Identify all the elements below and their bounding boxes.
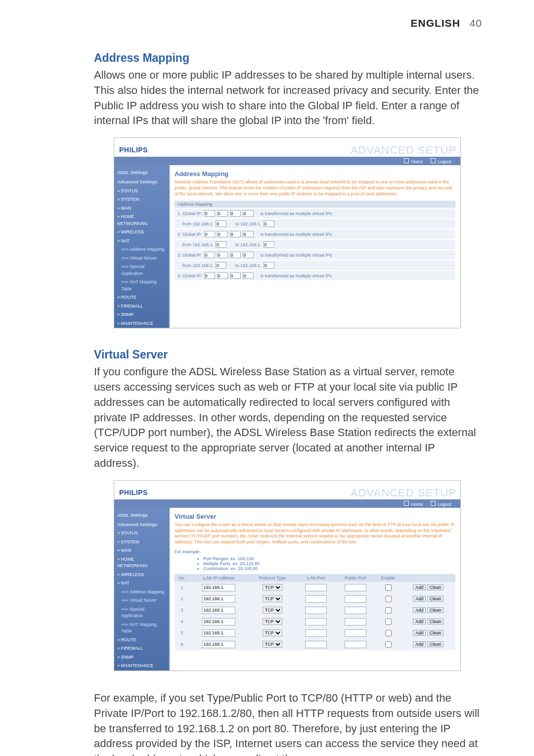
enable-checkbox[interactable] — [385, 607, 392, 614]
global-ip-octet[interactable] — [230, 231, 241, 237]
clean-button[interactable]: Clean — [427, 584, 444, 590]
home-link[interactable]: Home — [404, 501, 423, 507]
cell-no: 6 — [175, 639, 189, 650]
sidebar-item-firewall[interactable]: » FIREWALL — [114, 302, 169, 311]
clean-button[interactable]: Clean — [427, 619, 444, 624]
add-button[interactable]: Add — [413, 619, 426, 624]
protocol-select[interactable]: TCP — [263, 595, 282, 602]
lan-port-input[interactable] — [305, 629, 327, 637]
sidebar-item-wireless[interactable]: » WIRELESS — [114, 571, 169, 579]
lan-ip-input[interactable] — [202, 629, 235, 637]
row-label: 2. Global IP: — [178, 232, 202, 237]
sidebar-item-address-mapping[interactable]: »»» Address Mapping — [114, 588, 169, 597]
sidebar-item-maintenance[interactable]: » MAINTENANCE — [114, 662, 169, 670]
sidebar-item-nat[interactable]: » NAT — [114, 579, 169, 588]
sidebar-item-snmp[interactable]: » SNMP — [114, 653, 169, 662]
home-link[interactable]: Home — [404, 158, 423, 164]
to-ip-last[interactable] — [264, 221, 274, 227]
sidebar-item-system[interactable]: » SYSTEM — [114, 195, 169, 204]
enable-checkbox[interactable] — [385, 641, 392, 648]
global-ip-octet[interactable] — [217, 210, 228, 217]
sidebar-item-wan[interactable]: » WAN — [114, 204, 169, 213]
to-ip-last[interactable] — [264, 241, 274, 248]
protocol-select[interactable]: TCP — [263, 584, 282, 591]
lan-port-input[interactable] — [305, 618, 327, 625]
sidebar-item-nat-mapping-table[interactable]: »»» NAT Mapping Table — [114, 278, 169, 293]
sidebar-item-virtual-server[interactable]: »»» Virtual Server — [114, 254, 169, 263]
lan-ip-input[interactable] — [202, 595, 235, 603]
add-button[interactable]: Add — [413, 584, 426, 590]
lan-port-input[interactable] — [305, 584, 327, 591]
global-ip-octet[interactable] — [217, 231, 228, 237]
clean-button[interactable]: Clean — [427, 607, 444, 613]
global-ip-octet[interactable] — [217, 252, 228, 258]
sidebar-item-system[interactable]: » SYSTEM — [114, 538, 169, 547]
sidebar-item-nat[interactable]: » NAT — [114, 237, 169, 246]
from-ip-last[interactable] — [216, 262, 226, 268]
sidebar-item-virtual-server[interactable]: »»» Virtual Server — [114, 596, 169, 605]
sidebar-item-nat-mapping-table[interactable]: »»» NAT Mapping Table — [114, 621, 169, 636]
global-ip-octet[interactable] — [230, 272, 241, 279]
lan-ip-input[interactable] — [202, 607, 235, 614]
add-button[interactable]: Add — [413, 596, 426, 602]
public-port-input[interactable] — [345, 607, 366, 614]
global-ip-octet[interactable] — [230, 252, 241, 258]
enable-checkbox[interactable] — [385, 619, 392, 625]
public-port-input[interactable] — [345, 629, 366, 637]
sidebar-item-special-application[interactable]: »»» Special Application — [114, 605, 169, 621]
enable-checkbox[interactable] — [385, 596, 392, 602]
enable-checkbox[interactable] — [385, 584, 392, 591]
sidebar-item-home-networking[interactable]: » HOME NETWORKING — [114, 555, 169, 571]
add-button[interactable]: Add — [413, 630, 426, 636]
sidebar-item-status[interactable]: » STATUS — [114, 187, 169, 196]
protocol-select[interactable]: TCP — [263, 629, 282, 636]
from-ip-last[interactable] — [216, 221, 226, 227]
sidebar-item-home-networking[interactable]: » HOME NETWORKING — [114, 213, 169, 228]
lan-ip-input[interactable] — [202, 584, 235, 591]
clean-button[interactable]: Clean — [427, 630, 444, 636]
clean-button[interactable]: Clean — [427, 641, 444, 647]
global-ip-octet[interactable] — [204, 231, 215, 237]
protocol-select[interactable]: TCP — [263, 641, 282, 648]
public-port-input[interactable] — [345, 641, 366, 648]
logout-link[interactable]: Logout — [431, 158, 451, 164]
sidebar-item-special-application[interactable]: »»» Special Application — [114, 263, 169, 278]
sidebar-item-wan[interactable]: » WAN — [114, 546, 169, 555]
sidebar-item-address-mapping[interactable]: »»» Address Mapping — [114, 245, 169, 254]
sidebar-item-firewall[interactable]: » FIREWALL — [114, 644, 169, 653]
sidebar-item-maintenance[interactable]: » MAINTENANCE — [114, 319, 169, 328]
add-button[interactable]: Add — [413, 607, 426, 613]
lan-ip-input[interactable] — [202, 641, 235, 648]
lan-port-input[interactable] — [305, 595, 327, 603]
global-ip-octet[interactable] — [204, 272, 215, 279]
sidebar-item-status[interactable]: » STATUS — [114, 529, 169, 538]
clean-button[interactable]: Clean — [427, 596, 444, 602]
global-ip-octet[interactable] — [230, 210, 241, 217]
to-ip-last[interactable] — [264, 262, 274, 268]
global-ip-octet[interactable] — [204, 252, 215, 258]
global-ip-octet[interactable] — [243, 272, 254, 279]
from-ip-last[interactable] — [216, 241, 226, 248]
sidebar-item-route[interactable]: » ROUTE — [114, 293, 169, 302]
advanced-setup-label: ADVANCED SETUP — [351, 487, 456, 499]
logout-link[interactable]: Logout — [431, 501, 451, 507]
lan-port-input[interactable] — [305, 641, 327, 648]
global-ip-octet[interactable] — [217, 272, 228, 279]
add-button[interactable]: Add — [413, 641, 426, 647]
global-ip-octet[interactable] — [243, 210, 254, 217]
public-port-input[interactable] — [345, 595, 366, 603]
global-ip-octet[interactable] — [243, 231, 254, 237]
sidebar-item-snmp[interactable]: » SNMP — [114, 311, 169, 319]
public-port-input[interactable] — [345, 584, 366, 591]
global-ip-octet[interactable] — [243, 252, 254, 258]
global-ip-octet[interactable] — [204, 210, 215, 217]
lan-ip-input[interactable] — [202, 618, 235, 625]
sidebar-item-route[interactable]: » ROUTE — [114, 636, 169, 645]
th-lan-port: LAN Port — [297, 574, 336, 582]
sidebar-item-wireless[interactable]: » WIRELESS — [114, 228, 169, 237]
public-port-input[interactable] — [345, 618, 366, 625]
protocol-select[interactable]: TCP — [263, 607, 282, 614]
lan-port-input[interactable] — [305, 607, 327, 614]
enable-checkbox[interactable] — [385, 630, 392, 636]
protocol-select[interactable]: TCP — [263, 618, 282, 625]
